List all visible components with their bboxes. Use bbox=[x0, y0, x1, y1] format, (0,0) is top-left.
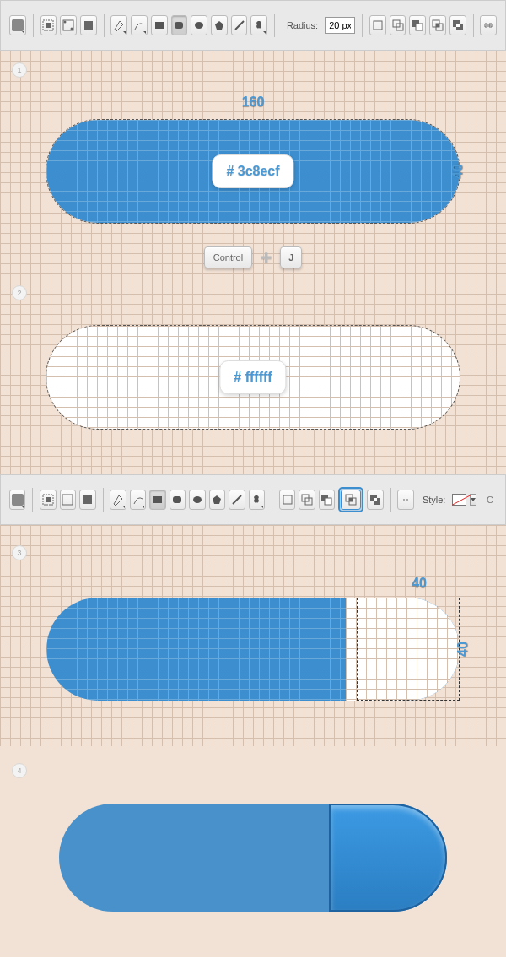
capsule-with-cut bbox=[46, 598, 460, 701]
style-none-swatch[interactable] bbox=[452, 494, 466, 506]
svg-rect-38 bbox=[349, 498, 353, 501]
pathop-subtract-icon[interactable] bbox=[319, 490, 335, 510]
line-shape-icon[interactable] bbox=[231, 15, 248, 35]
key-j: J bbox=[280, 246, 302, 268]
options-toolbar-2: Style: C bbox=[0, 474, 506, 525]
custom-shape-icon[interactable] bbox=[249, 490, 265, 510]
svg-rect-24 bbox=[62, 495, 73, 505]
width-dimension: 160 bbox=[242, 95, 265, 110]
plus-icon: ✚ bbox=[261, 250, 272, 266]
svg-rect-18 bbox=[436, 24, 439, 27]
color-hex-label: # ffffff bbox=[219, 360, 286, 394]
highlighted-pathop bbox=[338, 487, 363, 512]
step-badge: 4 bbox=[12, 763, 27, 778]
paths-mode-icon[interactable] bbox=[60, 490, 76, 510]
svg-point-8 bbox=[195, 22, 203, 29]
final-knob bbox=[329, 804, 447, 912]
radius-label: Radius: bbox=[287, 20, 318, 30]
pathop-new-icon[interactable] bbox=[279, 490, 295, 510]
svg-rect-25 bbox=[83, 495, 92, 504]
svg-rect-41 bbox=[374, 498, 377, 501]
svg-rect-26 bbox=[153, 496, 162, 503]
rectangle-shape-icon[interactable] bbox=[149, 490, 165, 510]
step-badge: 2 bbox=[12, 285, 27, 300]
link-icon[interactable] bbox=[480, 15, 497, 35]
style-label: Style: bbox=[423, 495, 446, 505]
svg-rect-15 bbox=[416, 24, 423, 30]
custom-shape-icon[interactable] bbox=[250, 15, 267, 35]
rectangle-shape-icon[interactable] bbox=[151, 15, 168, 35]
tutorial-panel-2: 3 40 40 bbox=[0, 525, 506, 746]
fill-pixels-mode-icon[interactable] bbox=[79, 490, 95, 510]
svg-rect-5 bbox=[84, 21, 93, 30]
shape-layers-mode-icon[interactable] bbox=[40, 15, 57, 35]
svg-point-28 bbox=[193, 496, 202, 503]
svg-rect-21 bbox=[456, 24, 460, 27]
rounded-rectangle-shape-icon[interactable] bbox=[171, 15, 188, 35]
foreground-color-swatch[interactable] bbox=[9, 15, 26, 35]
svg-rect-27 bbox=[173, 496, 181, 503]
svg-rect-23 bbox=[46, 497, 51, 502]
options-toolbar-1: Radius: bbox=[0, 0, 506, 51]
foreground-color-swatch[interactable] bbox=[9, 490, 25, 510]
link-icon[interactable] bbox=[397, 490, 413, 510]
fill-pixels-mode-icon[interactable] bbox=[80, 15, 97, 35]
width-dimension: 40 bbox=[412, 576, 427, 591]
tutorial-panel-1: 1 160 # 3c8ecf 40 Control ✚ J 2 # ffffff bbox=[0, 51, 506, 474]
paths-mode-icon[interactable] bbox=[60, 15, 77, 35]
pathop-exclude-icon[interactable] bbox=[367, 490, 383, 510]
pen-tool-icon[interactable] bbox=[110, 490, 126, 510]
svg-point-4 bbox=[71, 28, 73, 30]
svg-rect-11 bbox=[374, 21, 382, 30]
pathop-add-icon[interactable] bbox=[390, 15, 406, 35]
line-shape-icon[interactable] bbox=[229, 490, 245, 510]
pathop-subtract-icon[interactable] bbox=[409, 15, 426, 35]
tutorial-panel-3: 4 bbox=[0, 746, 506, 957]
svg-rect-1 bbox=[46, 23, 51, 28]
svg-marker-9 bbox=[215, 21, 223, 30]
freeform-pen-icon[interactable] bbox=[131, 15, 148, 35]
white-capsule-shape: # ffffff bbox=[46, 326, 460, 429]
pathop-new-icon[interactable] bbox=[369, 15, 386, 35]
polygon-shape-icon[interactable] bbox=[209, 490, 225, 510]
pathop-intersect-icon[interactable] bbox=[341, 490, 361, 510]
shape-layers-mode-icon[interactable] bbox=[40, 490, 56, 510]
svg-point-3 bbox=[64, 21, 67, 24]
height-dimension: 40 bbox=[455, 642, 471, 657]
pathop-exclude-icon[interactable] bbox=[449, 15, 466, 35]
ellipse-shape-icon[interactable] bbox=[189, 490, 205, 510]
pathop-intersect-icon[interactable] bbox=[429, 15, 446, 35]
step-badge: 1 bbox=[12, 62, 27, 78]
freeform-pen-icon[interactable] bbox=[130, 490, 146, 510]
ellipse-shape-icon[interactable] bbox=[191, 15, 207, 35]
color-hex-label: # 3c8ecf bbox=[212, 154, 293, 188]
svg-rect-6 bbox=[155, 22, 164, 29]
pen-tool-icon[interactable] bbox=[110, 15, 127, 35]
polygon-shape-icon[interactable] bbox=[211, 15, 228, 35]
svg-line-30 bbox=[233, 495, 241, 504]
blue-capsule-shape: # 3c8ecf bbox=[46, 120, 460, 223]
final-capsule bbox=[59, 804, 447, 912]
radius-input[interactable] bbox=[325, 17, 355, 34]
step-badge: 3 bbox=[12, 545, 27, 560]
svg-rect-7 bbox=[175, 22, 183, 29]
svg-marker-29 bbox=[213, 495, 221, 504]
key-control: Control bbox=[204, 246, 252, 268]
selection-square bbox=[357, 598, 460, 701]
truncated-label: C bbox=[487, 495, 493, 505]
svg-line-10 bbox=[235, 21, 244, 30]
svg-rect-31 bbox=[283, 495, 292, 504]
height-dimension: 40 bbox=[450, 164, 466, 179]
svg-rect-35 bbox=[325, 498, 331, 505]
pathop-add-icon[interactable] bbox=[299, 490, 315, 510]
rounded-rectangle-shape-icon[interactable] bbox=[170, 490, 186, 510]
keyboard-shortcut-row: Control ✚ J bbox=[12, 246, 494, 268]
